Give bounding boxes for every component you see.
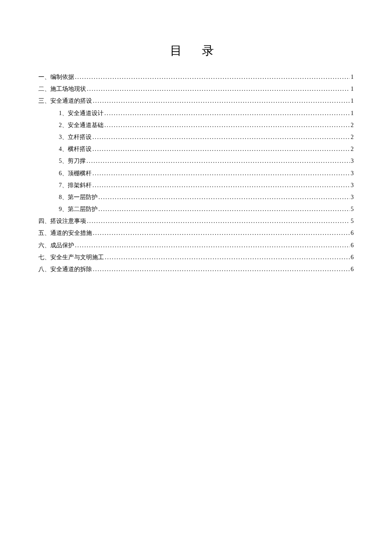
toc-dots — [104, 120, 350, 130]
toc-label: 6、顶棚横杆 — [59, 168, 92, 179]
toc-page: 6 — [351, 240, 354, 251]
toc-page: 2 — [351, 132, 354, 142]
toc-label: 四、搭设注意事项 — [38, 216, 86, 226]
toc-entry: 3、立杆搭设 2 — [38, 132, 354, 142]
toc-dots — [93, 264, 350, 275]
page-title: 目 录 — [38, 43, 354, 59]
toc-dots — [86, 156, 350, 166]
toc-entry: 9、第二层防护 5 — [38, 204, 354, 214]
toc-label: 5、剪刀撑 — [59, 156, 86, 166]
table-of-contents: 一、编制依据 1 二、施工场地现状 1 三、安全通道的搭设 1 1、安全通道设计… — [38, 72, 354, 275]
toc-label: 一、编制依据 — [38, 72, 74, 82]
toc-label: 三、安全通道的搭设 — [38, 95, 92, 106]
toc-dots — [75, 72, 350, 82]
toc-page: 1 — [351, 72, 354, 82]
toc-page: 1 — [351, 108, 354, 119]
toc-entry: 八、安全通道的拆除 6 — [38, 264, 354, 275]
toc-page: 1 — [351, 95, 354, 106]
toc-dots — [93, 228, 350, 238]
toc-label: 4、横杆搭设 — [59, 144, 92, 154]
toc-entry: 2、安全通道基础 2 — [38, 120, 354, 130]
toc-page: 6 — [351, 228, 354, 238]
toc-dots — [87, 84, 350, 94]
toc-label: 五、通道的安全措施 — [38, 228, 92, 238]
toc-page: 6 — [351, 252, 354, 263]
toc-page: 2 — [351, 120, 354, 130]
toc-entry: 七、安全生产与文明施工 6 — [38, 252, 354, 263]
toc-label: 七、安全生产与文明施工 — [38, 252, 104, 263]
toc-page: 3 — [351, 168, 354, 179]
toc-entry: 二、施工场地现状 1 — [38, 84, 354, 94]
toc-entry: 一、编制依据 1 — [38, 72, 354, 82]
toc-label: 7、排架斜杆 — [59, 180, 92, 191]
toc-dots — [92, 180, 350, 191]
toc-dots — [105, 252, 350, 263]
toc-label: 9、第二层防护 — [59, 204, 98, 214]
toc-entry: 7、排架斜杆 3 — [38, 180, 354, 191]
toc-entry: 1、安全通道设计 1 — [38, 108, 354, 119]
toc-page: 3 — [351, 156, 354, 166]
toc-entry: 三、安全通道的搭设 1 — [38, 95, 354, 106]
toc-page: 5 — [351, 216, 354, 226]
toc-page: 5 — [351, 204, 354, 214]
toc-dots — [87, 216, 350, 226]
toc-entry: 8、第一层防护 3 — [38, 192, 354, 202]
toc-label: 六、成品保护 — [38, 240, 74, 251]
toc-dots — [104, 108, 350, 119]
toc-entry: 4、横杆搭设 2 — [38, 144, 354, 154]
toc-entry: 6、顶棚横杆 3 — [38, 168, 354, 179]
toc-label: 2、安全通道基础 — [59, 120, 104, 130]
toc-label: 八、安全通道的拆除 — [38, 264, 92, 275]
toc-dots — [92, 168, 350, 179]
toc-dots — [92, 132, 350, 142]
toc-page: 2 — [351, 144, 354, 154]
toc-page: 3 — [351, 180, 354, 191]
toc-page: 3 — [351, 192, 354, 202]
toc-dots — [92, 144, 350, 154]
toc-dots — [93, 95, 350, 106]
toc-label: 3、立杆搭设 — [59, 132, 92, 142]
toc-dots — [98, 204, 350, 214]
toc-dots — [98, 192, 350, 202]
toc-dots — [75, 240, 350, 251]
toc-entry: 五、通道的安全措施 6 — [38, 228, 354, 238]
toc-entry: 四、搭设注意事项 5 — [38, 216, 354, 226]
toc-page: 1 — [351, 84, 354, 94]
toc-label: 二、施工场地现状 — [38, 84, 86, 94]
toc-entry: 六、成品保护 6 — [38, 240, 354, 251]
toc-label: 1、安全通道设计 — [59, 108, 104, 119]
toc-page: 6 — [351, 264, 354, 275]
toc-label: 8、第一层防护 — [59, 192, 98, 202]
toc-entry: 5、剪刀撑 3 — [38, 156, 354, 166]
